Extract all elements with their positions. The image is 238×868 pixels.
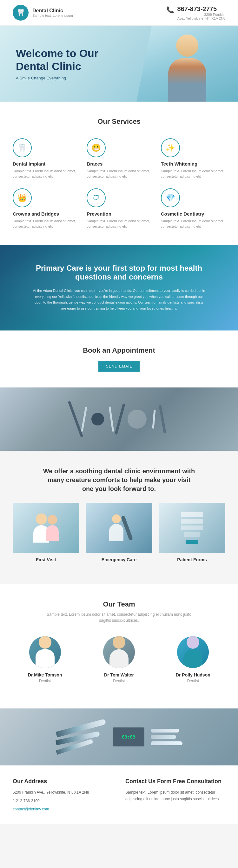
service-desc-2: Sample text. Lorem ipsum dolor sit amet,… [161, 168, 225, 179]
contact-area: 📞 867-873-2775 3209 Franklin Ave., Yello… [166, 5, 225, 20]
service-icon-3: 👑 [13, 188, 32, 207]
dr-body-2 [183, 649, 203, 668]
hero-subtitle-link: Smile [20, 76, 30, 81]
patient-head-2 [112, 515, 121, 523]
person-head-doctor [36, 514, 47, 525]
team-title: Our Team [13, 600, 225, 609]
services-grid: 🦷 Dental Implant Sample text. Lorem ipsu… [13, 138, 225, 229]
patient-body [46, 525, 59, 541]
service-desc-4: Sample text. Lorem ipsum dolor sit amet,… [87, 218, 151, 229]
card-label-2: Patient Forms [177, 557, 207, 562]
appointment-title: Book an Appointment [13, 346, 225, 354]
display-text: 88:88 [122, 735, 135, 740]
header-address-1: 3209 Franklin [177, 13, 225, 17]
instrument-right [151, 729, 182, 745]
footer-email[interactable]: contact@denimy.com [13, 807, 49, 811]
hero-subtitle: A Smile Change Everything... [16, 76, 117, 81]
service-icon-5: 💎 [161, 188, 180, 207]
service-name-3: Crowns and Bridges [13, 211, 59, 217]
equip-tool-1 [81, 406, 87, 432]
footer-contact-col: Contact Us Form Free Consultation Sample… [125, 778, 225, 812]
phone-icon: 📞 [166, 6, 174, 13]
footer-address-title: Our Address [13, 778, 113, 785]
service-name-0: Dental Implant [13, 161, 45, 166]
member-name-2: Dr Polly Hudson [176, 672, 210, 677]
service-item-4: 🛡 Prevention Sample text. Lorem ipsum do… [87, 188, 151, 229]
service-desc-3: Sample text. Lorem ipsum dolor sit amet,… [13, 218, 77, 229]
team-member-0: Dr Mike Tomson Dentist [13, 636, 77, 683]
member-avatar-1 [103, 636, 135, 668]
team-desc: Sample text. Lorem ipsum dolor sit amet,… [46, 612, 192, 624]
service-icon-4: 🛡 [87, 188, 106, 207]
dental-equipment-image [0, 388, 238, 451]
hero-text: Welcome to Our Dental Clinic A Smile Cha… [16, 47, 117, 81]
instr-1 [151, 729, 179, 733]
logo-icon: 🦷 [13, 5, 29, 21]
right-instruments [151, 729, 182, 745]
dr-body-1 [109, 649, 129, 668]
service-icon-1: 😬 [87, 138, 106, 157]
hero-image [136, 26, 238, 102]
hero-subtitle-pre: A [16, 76, 20, 81]
footer-phone: 1.212-736-3100 [13, 798, 113, 804]
pen-1c [55, 745, 106, 749]
instrument-left [55, 725, 106, 749]
equipment-shapes [74, 400, 164, 438]
environment-section: We offer a soothing dental clinic enviro… [0, 451, 238, 584]
member-role-0: Dentist [39, 679, 51, 683]
bottom-instruments-image: 88:88 [0, 709, 238, 766]
member-role-2: Dentist [187, 679, 199, 683]
dr-head-0 [39, 636, 51, 649]
team-section: Our Team Sample text. Lorem ipsum dolor … [0, 584, 238, 709]
patient-head [48, 515, 57, 525]
member-avatar-2 [177, 636, 209, 668]
equip-lens [128, 410, 147, 429]
dr-body-0 [35, 649, 55, 668]
service-desc-1: Sample text. Lorem ipsum dolor sit amet,… [87, 168, 151, 179]
logo-area: 🦷 Dental Clinic Sample text: Lorem ipsum [13, 5, 73, 21]
footer-address-col: Our Address 5209 Franklin Ave., Yellowkn… [13, 778, 113, 812]
primary-banner-text: At the Adam Dental Clinic, you can relax… [32, 288, 206, 311]
service-item-2: ✨ Teeth Whitening Sample text. Lorem ips… [161, 138, 225, 179]
member-role-1: Dentist [113, 679, 125, 683]
equip-circle [91, 413, 104, 426]
equip-arm-2 [114, 403, 125, 435]
equip-tool-3 [152, 410, 156, 429]
service-name-2: Teeth Whitening [161, 161, 198, 166]
member-name-0: Dr Mike Tomson [28, 672, 62, 677]
pen-1b [55, 736, 106, 741]
equip-tool-2 [108, 406, 114, 432]
hero-section: Welcome to Our Dental Clinic A Smile Cha… [0, 26, 238, 102]
cards-grid: First Visit Emergency Care [13, 503, 225, 562]
card-item-2[interactable]: Patient Forms [159, 503, 225, 562]
service-name-4: Prevention [87, 211, 111, 217]
service-name-5: Cosmetic Dentistry [161, 211, 204, 217]
dr-head-1 [113, 636, 125, 649]
environment-title: We offer a soothing dental clinic enviro… [43, 467, 195, 493]
service-item-5: 💎 Cosmetic Dentistry Sample text. Lorem … [161, 188, 225, 229]
digital-display: 88:88 [113, 727, 144, 746]
send-email-button[interactable]: SEND EMAIL [98, 361, 140, 372]
logo-text-block: Dental Clinic Sample text: Lorem ipsum [32, 8, 73, 18]
service-item-0: 🦷 Dental Implant Sample text. Lorem ipsu… [13, 138, 77, 179]
equip-arm-1 [68, 401, 83, 437]
team-member-1: Dr Tom Walter Dentist [87, 636, 151, 683]
patient-body-2 [109, 524, 124, 541]
service-desc-0: Sample text. Lorem ipsum dolor sit amet,… [13, 168, 77, 179]
service-name-1: Braces [87, 161, 103, 166]
instr-2 [151, 735, 176, 739]
service-desc-5: Sample text. Lorem ipsum dolor sit amet,… [161, 218, 225, 229]
dental-light [125, 515, 129, 541]
card-item-0[interactable]: First Visit [13, 503, 79, 562]
services-section: Our Services 🦷 Dental Implant Sample tex… [0, 102, 238, 245]
appointment-section: Book an Appointment SEND EMAIL [0, 331, 238, 388]
card-image-0 [13, 503, 79, 553]
card-label-1: Emergency Care [102, 557, 137, 562]
site-header: 🦷 Dental Clinic Sample text: Lorem ipsum… [0, 0, 238, 26]
phone-block: 867-873-2775 3209 Franklin Ave., Yellowk… [177, 5, 225, 20]
card-item-1[interactable]: Emergency Care [86, 503, 152, 562]
equip-arm-3 [159, 405, 166, 433]
services-title: Our Services [13, 118, 225, 126]
footer-contact-desc: Sample text. Lorem ipsum dolor sit amet,… [125, 789, 225, 802]
dr-head-2 [187, 636, 199, 649]
